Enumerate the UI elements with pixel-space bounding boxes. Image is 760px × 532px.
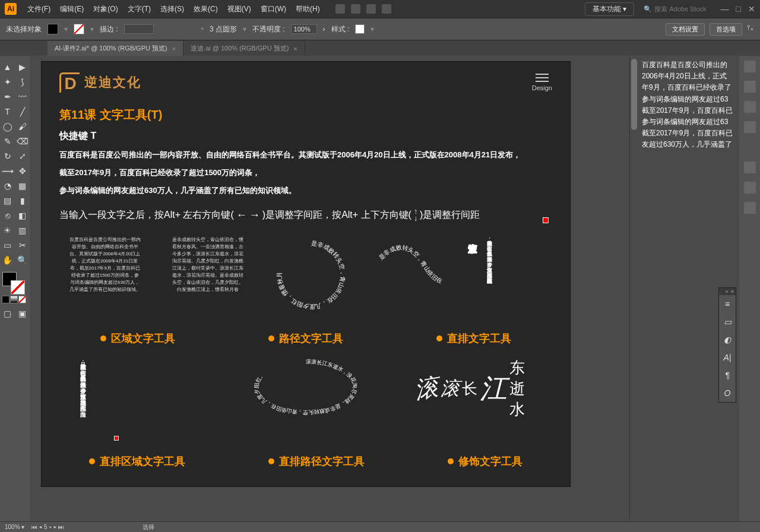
fill-swatch[interactable] [48, 24, 58, 34]
body-para-1: 百度百科是百度公司推出的一部内容开放、自由的网络百科全书平台。其测试版于2006… [42, 146, 570, 164]
shape-panel-icon[interactable] [744, 121, 756, 133]
brand-name: 逆迪文化 [84, 74, 141, 91]
shaper-tool[interactable]: ✎ [0, 134, 15, 148]
stock-icon[interactable] [351, 4, 360, 14]
close-button[interactable]: ✕ [748, 4, 755, 14]
pen-tool[interactable]: ✒ [0, 89, 15, 104]
tab-inactive[interactable]: 逆迪.ai @ 100% (RGB/GPU 预览)× [183, 41, 305, 56]
area-text-sample2: 是非成败转头空，青山依旧在，惯看秋月春风。一壶浊酒喜相逢，古今多少事，滚滚长江东… [172, 236, 243, 293]
close-icon[interactable]: × [172, 45, 176, 52]
main-area: ▲▶ ✦⟆ ✒〰 T╱ ◯🖌 ✎⌫ ↻⤢ ⟿✥ ◔▦ ▤▮ ⎋◧ ☀▥ ▭✂ ✋… [0, 56, 760, 521]
scrollbar-vertical[interactable] [629, 56, 638, 521]
eraser-tool[interactable]: ⌫ [15, 134, 30, 148]
tool-label-3: 直排文字工具 [436, 331, 511, 346]
rotate-tool[interactable]: ↻ [0, 148, 15, 163]
doc-icon[interactable] [335, 4, 345, 14]
mesh-tool[interactable]: ▤ [0, 193, 15, 208]
type-tool[interactable]: T [0, 104, 15, 119]
lesson-title: 第11课 文字工具(T) [42, 103, 570, 126]
transform-panel-icon[interactable] [744, 182, 756, 194]
zoom-level[interactable]: 100% ▾ [5, 524, 24, 530]
menu-help[interactable]: 帮助(H) [291, 4, 325, 14]
opacity-label: 不透明度 : [252, 24, 285, 34]
brush-tool[interactable]: 🖌 [15, 119, 30, 134]
layers-panel-icon[interactable] [744, 81, 756, 93]
color-mode[interactable] [2, 296, 10, 303]
screen-mode[interactable]: ▢ [0, 306, 15, 321]
slice-tool[interactable]: ✂ [15, 238, 30, 252]
collapse-icon[interactable]: « [726, 289, 729, 294]
menu-file[interactable]: 文件(F) [23, 4, 55, 14]
arrange-icon[interactable] [366, 4, 376, 14]
align-panel-icon[interactable] [744, 162, 756, 173]
prefs-button[interactable]: 首选项 [710, 23, 742, 36]
menu-view[interactable]: 视图(V) [223, 4, 256, 14]
pathfinder-panel-icon[interactable] [744, 202, 756, 214]
hand-tool[interactable]: ✋ [0, 252, 15, 267]
fill-stroke-swatches[interactable] [0, 272, 30, 293]
rectangle-tool[interactable]: ◯ [0, 119, 15, 134]
lasso-tool[interactable]: ⟆ [15, 74, 30, 89]
menu-effect[interactable]: 效果(C) [189, 4, 223, 14]
libraries-panel-icon[interactable] [744, 101, 756, 113]
close-icon[interactable]: × [731, 289, 734, 294]
close-icon[interactable]: × [293, 45, 297, 52]
opacity-input[interactable] [291, 24, 317, 34]
floating-type-panel[interactable]: «× ≡ ▭ ◐ A| ¶ O [718, 287, 736, 403]
artboard-nav[interactable]: ⏮ ◀ 5 ▾ ▶ ⏭ [31, 524, 64, 530]
minimize-button[interactable]: — [721, 4, 729, 14]
selection-tool[interactable]: ▲ [0, 59, 15, 74]
width-tool[interactable]: ⟿ [0, 163, 15, 178]
perspective-tool[interactable]: ▦ [15, 178, 30, 193]
magic-wand-tool[interactable]: ✦ [0, 74, 15, 89]
stroke-label: 描边 : [100, 24, 118, 34]
character-panel-icon[interactable]: A| [719, 349, 736, 366]
blend-tool[interactable]: ◧ [15, 208, 30, 223]
panel-item-3[interactable]: ◐ [719, 331, 736, 349]
direct-selection-tool[interactable]: ▶ [15, 59, 30, 74]
gradient-mode[interactable] [10, 296, 18, 303]
panel-item-2[interactable]: ▭ [719, 313, 736, 331]
tool-label-4: 直排区域文字工具 [89, 454, 185, 468]
gradient-tool[interactable]: ▮ [15, 193, 30, 208]
paragraph-panel-icon[interactable]: ¶ [719, 366, 736, 384]
menu-object[interactable]: 对象(O) [88, 4, 122, 14]
maximize-button[interactable]: □ [736, 4, 741, 14]
opentype-panel-icon[interactable]: O [719, 384, 736, 402]
zoom-tool[interactable]: 🔍 [15, 252, 30, 267]
search-stock[interactable]: 🔍 搜索 Adobe Stock [639, 4, 711, 15]
canvas[interactable]: D 逆迪文化 Design 第11课 文字工具(T) 快捷键 T 百度百科是百度… [30, 56, 739, 521]
tab-active[interactable]: AI-课件2.ai* @ 100% (RGB/GPU 预览)× [48, 41, 183, 56]
menu-select[interactable]: 选择(S) [156, 4, 189, 14]
graph-tool[interactable]: ▥ [15, 223, 30, 238]
doc-setup-button[interactable]: 文档设置 [666, 23, 705, 36]
symbol-tool[interactable]: ☀ [0, 223, 15, 238]
review-icon[interactable] [382, 4, 391, 14]
artboard-tool[interactable]: ▭ [0, 238, 15, 252]
tool-label-1: 区域文字工具 [100, 331, 175, 346]
panel-item-1[interactable]: ≡ [719, 295, 736, 313]
stroke-swatch[interactable] [74, 24, 84, 34]
style-swatch[interactable] [355, 24, 365, 34]
eyedropper-tool[interactable]: ⎋ [0, 208, 15, 223]
menu-edit[interactable]: 编辑(E) [55, 4, 88, 14]
free-transform-tool[interactable]: ✥ [15, 163, 30, 178]
properties-panel-icon[interactable] [744, 61, 756, 72]
curvature-tool[interactable]: 〰 [15, 89, 30, 104]
right-panel-dock [739, 56, 760, 521]
arrow-down-icon: ↓ [414, 215, 417, 222]
shape-builder-tool[interactable]: ◔ [0, 178, 15, 193]
stroke-width[interactable] [124, 24, 154, 34]
selection-status: 未选择对象 [6, 24, 42, 34]
svg-text:滚滚长江东逝水，浪花淘尽英雄。是非成败转头空，青山依旧在，几: 滚滚长江东逝水，浪花淘尽英雄。是非成败转头空，青山依旧在，几度夕阳红。 [254, 359, 359, 416]
menu-type[interactable]: 文字(T) [123, 4, 156, 14]
screen-mode2[interactable]: ▣ [15, 306, 30, 321]
menu-window[interactable]: 窗口(W) [256, 4, 291, 14]
scale-tool[interactable]: ⤢ [15, 148, 30, 163]
align-icon[interactable]: ⫯₊ [747, 23, 754, 36]
path-text-circle: 是非成败转头空，青山依旧在，几度夕阳红，惯看秋月 [273, 236, 350, 314]
profile-label[interactable]: 3 点圆形 [210, 24, 237, 34]
line-tool[interactable]: ╱ [15, 104, 30, 119]
workspace-dropdown[interactable]: 基本功能 ▾ [585, 2, 634, 16]
none-mode[interactable] [18, 296, 26, 303]
